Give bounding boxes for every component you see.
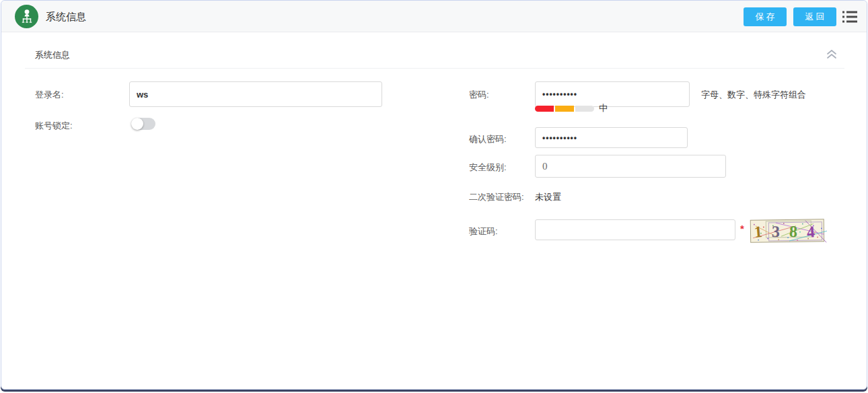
login-name-label: 登录名: [35,89,64,101]
list-menu-icon[interactable] [842,9,858,27]
secondary-password-label: 二次验证密码: [469,191,524,203]
strength-level-text: 中 [599,102,608,114]
captcha-digit-2: 3 [772,223,781,240]
confirm-password-label: 确认密码: [469,133,507,145]
strength-segment-orange [555,106,574,112]
page-title: 系统信息 [46,1,86,32]
login-name-input[interactable] [129,81,382,107]
account-lock-label: 账号锁定: [35,120,73,132]
back-button[interactable]: 返回 [793,7,836,26]
window: 系统信息 保存 返回 系统信息 登录名: 账号锁定: 密码: 字母、 [1,0,867,390]
password-input[interactable] [535,81,690,107]
header-bar: 系统信息 保存 返回 [1,1,867,32]
secondary-password-value: 未设置 [535,191,561,203]
strength-segment-red [535,106,554,112]
security-level-input[interactable] [535,155,726,178]
user-org-icon-glyph [20,9,34,24]
double-chevron-up-icon[interactable] [826,49,837,62]
save-button[interactable]: 保存 [744,7,787,26]
captcha-digit-4: 4 [806,223,816,241]
strength-segment-inactive [575,106,594,112]
confirm-password-input[interactable] [535,127,688,148]
account-lock-toggle[interactable] [131,118,155,130]
section-title: 系统信息 [35,49,70,61]
required-asterisk: * [740,223,744,234]
captcha-image[interactable]: 1 3 8 4 [749,217,828,248]
section-divider [25,68,844,69]
password-label: 密码: [469,89,489,101]
captcha-input[interactable] [535,219,735,240]
captcha-label: 验证码: [469,225,498,238]
security-level-label: 安全级别: [469,162,507,174]
user-org-icon [15,5,38,28]
captcha-digit-1: 1 [754,223,763,241]
password-hint: 字母、数字、特殊字符组合 [701,89,806,101]
toggle-knob [131,118,143,130]
captcha-digit-3: 8 [789,223,798,240]
password-strength-meter [535,106,594,112]
